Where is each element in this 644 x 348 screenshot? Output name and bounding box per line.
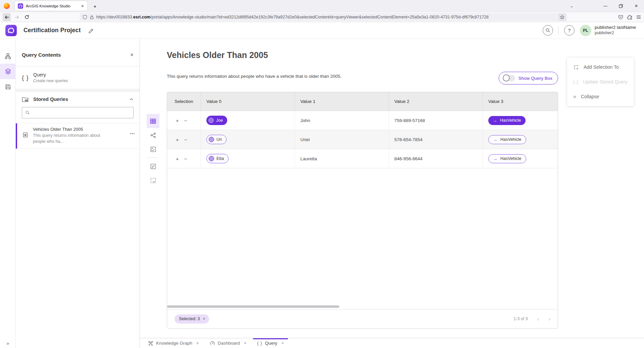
rail-item-save[interactable] [0,79,16,95]
cell-value2: 759-889-57168 [389,111,483,130]
new-link-chart-button[interactable] [147,159,159,173]
entity-pill[interactable]: Joe [206,116,227,125]
menu-item-update-stored-query[interactable]: { } Update Stored Query [567,74,634,89]
search-input[interactable] [33,110,130,115]
panel-close-icon[interactable]: × [130,52,134,58]
remove-selection-icon[interactable]: − [184,137,187,142]
close-tab-icon[interactable]: × [196,341,199,346]
remove-selection-icon[interactable]: − [184,118,187,123]
more-options-icon[interactable]: ••• [130,131,135,144]
browser-tab[interactable]: ArcGIS Knowledge Studio × [15,1,87,11]
user-name: publisher2 lastName [595,25,636,31]
back-button[interactable] [3,13,11,21]
search-icon[interactable] [543,25,553,36]
url-bar[interactable]: https://dev0028833.esri.com/portal/apps/… [80,13,567,21]
rail-item-data-model[interactable] [0,48,16,64]
arrow-right-icon: → [493,118,497,123]
add-selection-icon[interactable]: + [176,137,179,142]
help-icon[interactable]: ? [564,25,575,36]
menu-hamburger-icon[interactable] [636,14,641,20]
show-query-box-toggle[interactable] [503,75,515,81]
selection-icon [150,178,156,183]
forward-button[interactable] [13,13,21,21]
tab-query[interactable]: { } Query × [252,338,289,348]
add-selection-icon[interactable]: + [176,156,179,161]
column-header: Value 2 [389,92,483,111]
close-tab-icon[interactable]: × [281,341,284,346]
expand-rail-icon[interactable]: » [0,341,16,346]
header-divider [558,26,559,35]
selection-tool-button[interactable] [147,173,159,187]
collapse-icon: » [573,94,576,100]
left-rail: » [0,39,16,348]
selected-count-label: Selected: 3 [179,316,200,321]
query-description: This query returns information about peo… [167,74,342,79]
chevron-up-icon[interactable] [129,97,134,102]
tab-close-icon[interactable]: × [81,4,85,8]
link-chart-view-button[interactable] [147,128,159,142]
table-row: + − Etta Lauretta 846-956-8644 →HasVehic… [167,149,558,168]
arrow-right-icon: → [493,156,497,161]
firefox-icon[interactable] [4,3,10,9]
relationship-pill[interactable]: →HasVehicle [488,116,526,125]
add-selection-icon[interactable]: + [176,118,179,123]
table-view-button[interactable] [147,114,159,128]
knowledge-studio-favicon [18,3,23,9]
user-block[interactable]: publisher2 lastName publisher2 [595,25,636,36]
stored-query-item[interactable]: Vehicles Older Than 2005 This query retu… [16,123,140,149]
map-view-button[interactable] [147,142,159,156]
url-text: https://dev0028833.esri.com/portal/apps/… [96,15,558,19]
extensions-icon[interactable] [627,14,633,20]
pagination: 1-3 of 3 ‹ › [513,316,550,322]
menu-item-label: Update Stored Query [583,79,627,84]
menu-item-add-selection-to[interactable]: Add Selection To [567,60,634,74]
braces-icon: { } [257,341,262,346]
show-query-box-button[interactable]: Show Query Box [499,72,558,84]
list-tabs-icon[interactable]: ⌄ [570,3,574,8]
cell-value1: John [295,111,389,130]
pocket-icon[interactable] [618,14,624,20]
rail-item-contents[interactable] [0,64,16,79]
scrollbar-thumb[interactable] [167,305,339,308]
app-header: Certification Project ? PL publisher2 la… [0,22,644,39]
entity-pill[interactable]: Etta [206,154,229,163]
clear-selection-icon[interactable]: × [203,316,205,321]
minimize-button[interactable]: — [598,4,613,8]
folder-icon [22,96,29,102]
browser-tab-title: ArcGIS Knowledge Studio [26,4,81,8]
close-tab-icon[interactable]: × [244,341,247,346]
query-item-subtitle: Create new queries [33,78,68,83]
project-title: Certification Project [23,27,81,34]
tab-dashboard[interactable]: Dashboard × [204,338,252,348]
bookmark-star-icon[interactable] [558,13,566,21]
table-icon [150,118,156,124]
previous-page-icon[interactable]: ‹ [537,316,539,322]
cell-value1: Uriel [295,130,389,149]
query-contents-panel: Query Contents × { } Query Create new qu… [16,39,140,348]
close-window-button[interactable]: × [629,3,644,9]
content-tabs: Knowledge Graph × Dashboard × { } Query … [140,338,644,348]
query-item[interactable]: { } Query Create new queries [16,66,140,89]
edit-title-icon[interactable] [88,27,94,33]
stored-queries-search[interactable] [22,107,134,118]
next-page-icon[interactable]: › [548,316,550,322]
panel-title: Query Contents [22,52,61,58]
tab-label: Knowledge Graph [156,341,192,346]
results-table: Selection Value 0 Value 1 Value 2 Value … [167,92,558,329]
reload-button[interactable] [23,13,31,21]
restore-button[interactable] [613,4,629,8]
knowledge-studio-logo [5,25,17,36]
remove-selection-icon[interactable]: − [184,156,187,161]
menu-item-collapse[interactable]: » Collapse [567,89,634,104]
stored-queries-header[interactable]: Stored Queries [16,92,140,106]
save-icon [5,84,11,90]
new-tab-button[interactable]: + [91,3,99,9]
tab-knowledge-graph[interactable]: Knowledge Graph × [143,338,204,348]
avatar[interactable]: PL [580,25,591,36]
relationship-pill[interactable]: →HasVehicle [488,154,526,163]
panel-separator [16,89,140,92]
selected-count-chip[interactable]: Selected: 3 × [175,314,209,324]
relationship-pill[interactable]: →HasVehicle [488,135,526,144]
entity-pill[interactable]: Uri [206,135,227,144]
braces-icon: { } [573,79,578,84]
